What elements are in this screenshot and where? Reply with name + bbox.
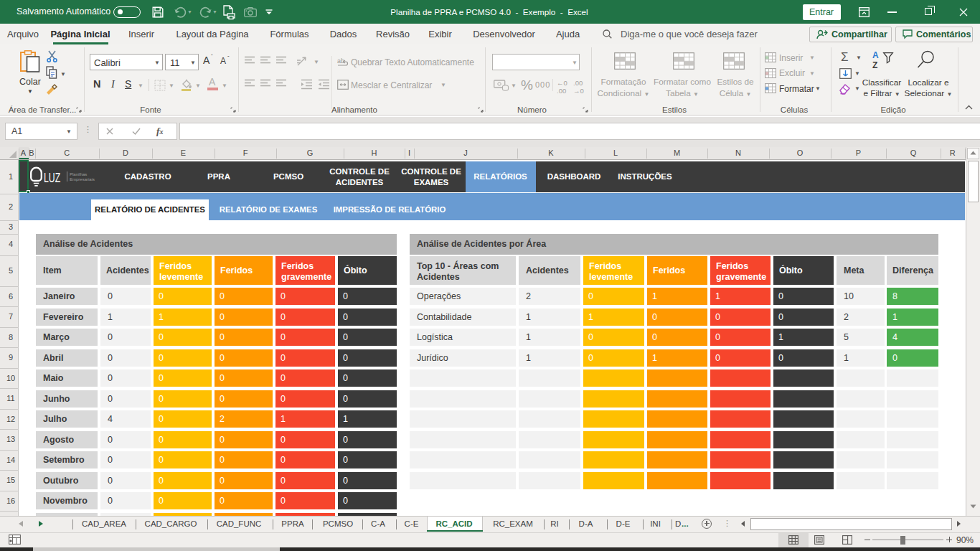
- svg-text:ab: ab: [337, 57, 344, 65]
